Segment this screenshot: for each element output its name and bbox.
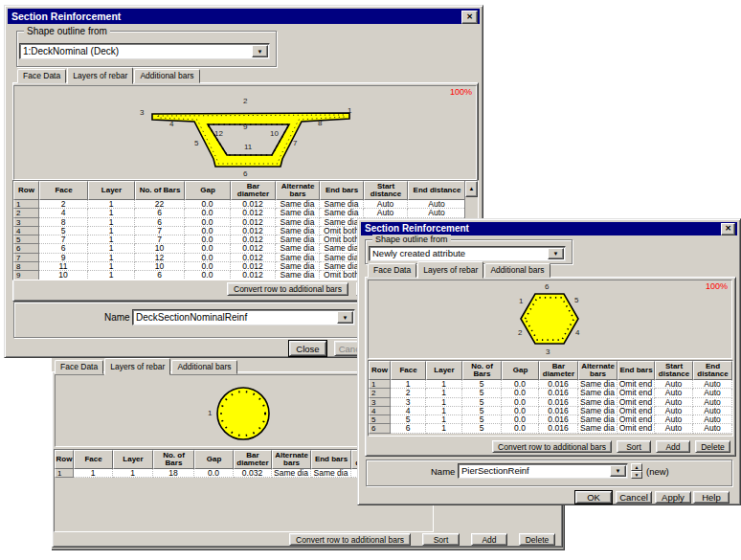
close-icon[interactable]: ✕ — [721, 223, 735, 235]
table-cell[interactable]: 0.016 — [539, 424, 578, 433]
table-cell[interactable]: 1 — [426, 389, 462, 397]
table-cell[interactable]: Auto — [655, 415, 693, 424]
close-button[interactable]: Close — [289, 341, 326, 356]
table-cell[interactable]: 0.012 — [231, 254, 276, 262]
table-cell[interactable]: Auto — [408, 200, 466, 209]
shape-outline-select[interactable]: Newly created attribute ▼ — [369, 246, 566, 261]
add-button[interactable]: Add — [656, 440, 690, 453]
table-cell[interactable]: Same dia — [578, 389, 618, 397]
table-cell[interactable]: 11 — [39, 262, 88, 271]
table-cell[interactable]: 4 — [39, 209, 88, 217]
table-cell[interactable]: 3 — [391, 398, 426, 407]
table-cell[interactable]: 1 — [88, 227, 135, 235]
table-cell[interactable]: Auto — [408, 209, 466, 217]
table-cell[interactable]: 1 — [74, 469, 113, 478]
table-cell[interactable]: 10 — [135, 244, 185, 253]
table-cell[interactable]: Same dia — [276, 262, 320, 271]
table-cell[interactable]: 5 — [39, 227, 88, 235]
table-cell[interactable]: 1 — [426, 424, 462, 433]
table-cell[interactable]: 1 — [426, 398, 462, 407]
table-cell[interactable]: 0.0 — [185, 254, 231, 262]
convert-row-button[interactable]: Convert row to additional bars — [492, 440, 612, 453]
convert-row-button[interactable]: Convert row to additional bars — [227, 282, 348, 296]
table-cell[interactable]: 8 — [39, 218, 88, 227]
table-cell[interactable]: Auto — [655, 389, 693, 397]
table-cell[interactable]: Same dia — [311, 469, 351, 478]
table-cell[interactable]: Same dia — [272, 469, 311, 478]
table-cell[interactable]: Same dia — [578, 415, 618, 424]
table-cell[interactable]: 22 — [135, 200, 185, 209]
table-cell[interactable]: 0.012 — [231, 262, 276, 271]
table-cell[interactable]: 0.0 — [185, 209, 231, 217]
table-cell[interactable]: Auto — [693, 415, 732, 424]
table-cell[interactable]: 0.0 — [194, 469, 234, 478]
spin-up-icon[interactable]: ▲ — [631, 463, 642, 471]
tab-face-data[interactable]: Face Data — [368, 263, 416, 278]
tab-additional-bars[interactable]: Additional bars — [171, 360, 236, 374]
table-cell[interactable]: 5 — [391, 415, 426, 424]
table-cell[interactable]: 0.016 — [539, 389, 578, 397]
table-cell[interactable]: 2 — [391, 389, 426, 397]
table-cell[interactable]: 1 — [426, 380, 462, 389]
tab-face-data[interactable]: Face Data — [55, 360, 103, 374]
table-cell[interactable]: Same dia — [276, 244, 320, 253]
table-cell[interactable]: 0.0 — [185, 218, 231, 227]
close-icon[interactable]: ✕ — [461, 11, 478, 24]
table-cell[interactable]: 1 — [88, 262, 135, 271]
table-cell[interactable]: 0.012 — [231, 200, 276, 209]
table-cell[interactable]: Same dia — [276, 254, 320, 262]
title-bar[interactable]: Section Reinforcement ✕ — [8, 9, 480, 24]
table-cell[interactable]: 9 — [39, 254, 88, 262]
table-cell[interactable]: 0.012 — [231, 209, 276, 217]
table-cell[interactable]: Auto — [693, 398, 732, 407]
table-cell[interactable]: 0.0 — [502, 424, 539, 433]
table-cell[interactable]: 5 — [462, 415, 502, 424]
table-cell[interactable]: Auto — [655, 398, 693, 407]
table-cell[interactable]: 0.032 — [234, 469, 272, 478]
table-cell[interactable]: 0.0 — [185, 235, 231, 244]
table-cell[interactable]: 1 — [426, 415, 462, 424]
table-cell[interactable]: 0.012 — [231, 235, 276, 244]
chevron-down-icon[interactable]: ▼ — [548, 248, 564, 259]
table-cell[interactable]: Auto — [693, 380, 732, 389]
table-cell[interactable]: 0.0 — [502, 407, 539, 415]
table-cell[interactable]: 5 — [462, 380, 502, 389]
title-bar[interactable]: Section Reinforcement ✕ — [361, 222, 737, 235]
table-cell[interactable]: Same dia — [276, 209, 320, 217]
table-cell[interactable]: 0.012 — [231, 244, 276, 253]
table-cell[interactable]: 5 — [462, 407, 502, 415]
table-cell[interactable]: Same dia — [578, 424, 618, 433]
table-cell[interactable]: Same dia — [578, 380, 618, 389]
table-cell[interactable]: Same dia — [578, 407, 618, 415]
table-cell[interactable]: Omit end — [618, 424, 655, 433]
table-cell[interactable]: 5 — [462, 398, 502, 407]
table-cell[interactable]: 0.016 — [539, 407, 578, 415]
table-cell[interactable]: 1 — [88, 271, 135, 280]
table-cell[interactable]: 6 — [39, 244, 88, 253]
table-cell[interactable]: 0.012 — [231, 218, 276, 227]
table-cell[interactable]: 12 — [135, 254, 185, 262]
table-cell[interactable]: 0.0 — [185, 244, 231, 253]
chevron-down-icon[interactable]: ▼ — [610, 465, 626, 477]
table-cell[interactable]: 0.016 — [539, 415, 578, 424]
table-cell[interactable]: 0.0 — [185, 262, 231, 271]
table-cell[interactable]: Auto — [655, 407, 693, 415]
table-cell[interactable]: Auto — [655, 424, 693, 433]
table-cell[interactable]: 0.0 — [502, 389, 539, 397]
table-cell[interactable]: Same dia — [276, 200, 320, 209]
table-cell[interactable]: 0.0 — [185, 271, 231, 280]
table-cell[interactable]: Same dia — [276, 235, 320, 244]
table-cell[interactable]: 5 — [462, 389, 502, 397]
table-cell[interactable]: Same dia — [276, 218, 320, 227]
table-cell[interactable]: 10 — [135, 262, 185, 271]
table-cell[interactable]: 1 — [88, 254, 135, 262]
apply-button[interactable]: Apply — [655, 491, 691, 504]
table-cell[interactable]: Auto — [655, 380, 693, 389]
table-cell[interactable]: 0.016 — [539, 380, 578, 389]
name-select[interactable]: PierSectionReinf ▼ — [458, 463, 628, 479]
name-spinner[interactable]: ▲ ▼ — [631, 463, 642, 479]
table-cell[interactable]: Auto — [693, 424, 732, 433]
shape-outline-select[interactable]: 1:DeckNominal (Deck) ▼ — [19, 43, 270, 59]
table-cell[interactable]: 6 — [135, 271, 185, 280]
table-cell[interactable]: 7 — [135, 235, 185, 244]
